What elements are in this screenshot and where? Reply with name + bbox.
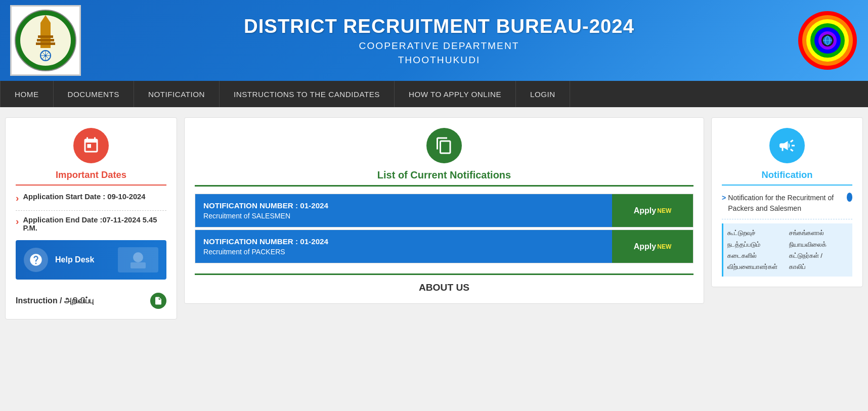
- rainbow-circle-icon: [797, 10, 858, 71]
- right-notification-icon: [769, 128, 805, 163]
- help-person-icon: [29, 253, 43, 267]
- new-badge-2: NEW: [657, 243, 671, 250]
- instruction-title: Instruction / அறிவிப்பு: [16, 296, 94, 305]
- notif-separator: [722, 219, 852, 219]
- notifications-icon: [426, 128, 462, 163]
- nav-login[interactable]: LOGIN: [516, 81, 570, 107]
- helpdesk-image: [118, 247, 158, 272]
- about-us-section: ABOUT US: [195, 273, 693, 293]
- logo-container: [10, 5, 81, 76]
- important-dates-icon: [73, 128, 109, 163]
- document-icon: [154, 296, 163, 305]
- page-header: DISTRICT RECRUITMENT BUREAU-2024 COOPERA…: [0, 0, 868, 81]
- megaphone-icon: [778, 136, 796, 155]
- tech-image-icon: [125, 250, 151, 270]
- right-notification-title: Notification: [722, 169, 852, 186]
- globe-icon: [847, 193, 852, 202]
- left-sidebar: Important Dates Application Start Date :…: [5, 117, 177, 319]
- nav-notification[interactable]: NOTIFICATION: [134, 81, 220, 107]
- notification-number-1: NOTIFICATION NUMBER : 01-2024: [203, 201, 604, 210]
- notification-info-1: NOTIFICATION NUMBER : 01-2024 Recruitmen…: [195, 194, 612, 227]
- svg-rect-24: [131, 262, 146, 268]
- date-separator: [16, 210, 166, 211]
- date-start: Application Start Date : 09-10-2024: [16, 193, 166, 204]
- files-icon: [435, 136, 453, 155]
- rainbow-icon-container: [797, 10, 858, 71]
- notification-info-2: NOTIFICATION NUMBER : 01-2024 Recruitmen…: [195, 230, 612, 263]
- nav-how-to-apply[interactable]: HOW TO APPLY ONLINE: [395, 81, 516, 107]
- main-nav: HOME DOCUMENTS NOTIFICATION INSTRUCTIONS…: [0, 81, 868, 107]
- apply-button-2[interactable]: ApplyNEW: [612, 230, 693, 263]
- helpdesk-banner[interactable]: Help Desk: [16, 240, 166, 280]
- tamil-text: கூட்டுறவுச் சங்கங்களால் நடத்தப்படும் நிய…: [722, 223, 852, 277]
- govt-logo: [13, 8, 78, 73]
- svg-rect-6: [36, 42, 55, 45]
- main-title: DISTRICT RECRUITMENT BUREAU-2024: [91, 15, 787, 37]
- subtitle1: COOPERATIVE DEPARTMENT: [91, 40, 787, 52]
- calendar-icon: [82, 136, 100, 155]
- center-content: List of Current Notifications NOTIFICATI…: [184, 117, 704, 304]
- header-title-block: DISTRICT RECRUITMENT BUREAU-2024 COOPERA…: [81, 15, 797, 66]
- new-badge-1: NEW: [657, 207, 671, 214]
- notification-desc-1: Recruitment of SALESMEN: [203, 212, 604, 220]
- helpdesk-label: Help Desk: [55, 255, 94, 264]
- svg-rect-5: [37, 39, 54, 41]
- notifications-title: List of Current Notifications: [195, 169, 693, 187]
- main-content: Important Dates Application Start Date :…: [0, 107, 868, 330]
- helpdesk-icon: [24, 248, 48, 272]
- important-dates-title: Important Dates: [16, 169, 166, 186]
- notification-desc-2: Recruitment of PACKERS: [203, 248, 604, 256]
- nav-home[interactable]: HOME: [0, 81, 54, 107]
- about-us-title: ABOUT US: [195, 282, 693, 293]
- nav-instructions[interactable]: INSTRUCTIONS TO THE CANDIDATES: [220, 81, 395, 107]
- instruction-icon[interactable]: [150, 293, 166, 309]
- right-sidebar: Notification Notification for the Recuri…: [711, 117, 863, 287]
- notification-number-2: NOTIFICATION NUMBER : 01-2024: [203, 237, 604, 246]
- svg-point-23: [133, 252, 143, 262]
- instruction-section: Instruction / அறிவிப்பு: [16, 288, 166, 309]
- notification-row-1: NOTIFICATION NUMBER : 01-2024 Recruitmen…: [195, 194, 693, 227]
- right-notif-item-1[interactable]: Notification for the Recuritment of Pack…: [722, 193, 852, 214]
- subtitle2: THOOTHUKUDI: [91, 55, 787, 66]
- nav-documents[interactable]: DOCUMENTS: [54, 81, 134, 107]
- notification-row-2: NOTIFICATION NUMBER : 01-2024 Recruitmen…: [195, 230, 693, 263]
- apply-button-1[interactable]: ApplyNEW: [612, 194, 693, 227]
- svg-rect-4: [38, 35, 53, 38]
- date-end: Application End Date :07-11-2024 5.45 P.…: [16, 216, 166, 232]
